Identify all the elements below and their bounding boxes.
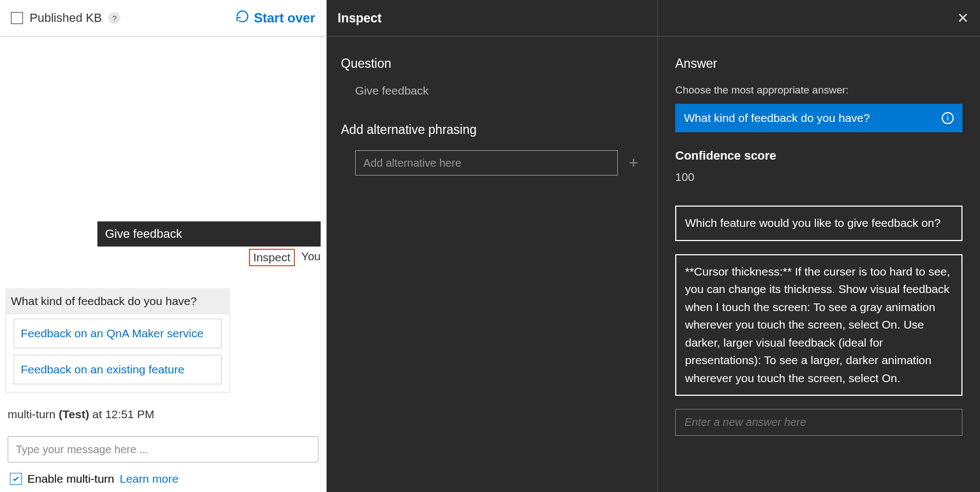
alt-answer-2[interactable]: **Cursor thickness:** If the curser is t… [675,254,962,396]
selected-answer[interactable]: What kind of feedback do you have? i [675,104,962,132]
chat-area: Give feedback Inspect You What kind of f… [0,37,326,492]
learn-more-link[interactable]: Learn more [120,472,178,485]
inspect-panel: Inspect Question Give feedback Add alter… [327,0,658,492]
question-value: Give feedback [355,84,643,97]
message-input[interactable] [8,436,318,462]
help-icon[interactable]: ? [108,12,120,24]
close-icon[interactable]: ✕ [957,10,969,27]
inspect-body: Question Give feedback Add alternative p… [327,37,657,195]
answer-body: Answer Choose the most appropriate answe… [658,37,980,455]
inspect-link[interactable]: Inspect [249,249,295,266]
header-left-group: Published KB ? [11,11,120,25]
bot-meta-line: multi-turn (Test) at 12:51 PM [8,408,318,421]
question-section-title: Question [341,56,643,71]
meta-suffix: at 12:51 PM [89,408,154,420]
bot-options: Feedback on an QnA Maker service Feedbac… [5,314,230,393]
meta-prefix: multi-turn [8,408,59,420]
selected-answer-text: What kind of feedback do you have? [684,112,870,125]
answer-panel: ✕ Answer Choose the most appropriate ans… [658,0,980,492]
message-meta-row: Inspect You [249,249,321,266]
meta-bold: (Test) [59,408,89,420]
user-message: Give feedback [97,221,321,247]
new-answer-input[interactable] [675,409,962,436]
bot-question: What kind of feedback do you have? [5,288,230,314]
choose-answer-label: Choose the most appropriate answer: [675,84,962,96]
option-qna-service[interactable]: Feedback on an QnA Maker service [14,319,222,348]
add-alt-icon[interactable]: + [629,154,639,172]
message-input-wrap [8,436,318,462]
published-kb-checkbox[interactable] [11,12,23,24]
info-icon[interactable]: i [942,112,954,124]
answer-section-title: Answer [675,56,962,71]
refresh-icon [235,9,250,27]
inspect-header: Inspect [327,0,657,37]
answer-header: ✕ [658,0,980,37]
published-kb-label: Published KB [30,11,102,25]
enable-multiturn-checkbox[interactable] [10,473,22,485]
alt-phrasing-input[interactable] [355,150,618,175]
start-over-button[interactable]: Start over [235,9,315,27]
alt-phrasing-title: Add alternative phrasing [341,122,643,137]
alt-phrasing-row: + [355,150,643,175]
confidence-title: Confidence score [675,149,962,163]
chat-header: Published KB ? Start over [0,0,326,37]
chat-panel: Published KB ? Start over Give feedback … [0,0,327,492]
you-label: You [301,249,321,266]
enable-multiturn-row: Enable multi-turn Learn more [5,472,321,487]
bot-response: What kind of feedback do you have? Feedb… [5,288,230,393]
confidence-value: 100 [675,171,962,184]
enable-multiturn-label: Enable multi-turn [27,472,114,485]
alt-answer-1[interactable]: Which feature would you like to give fee… [675,206,962,241]
option-existing-feature[interactable]: Feedback on an existing feature [14,355,222,384]
start-over-label: Start over [254,10,315,26]
